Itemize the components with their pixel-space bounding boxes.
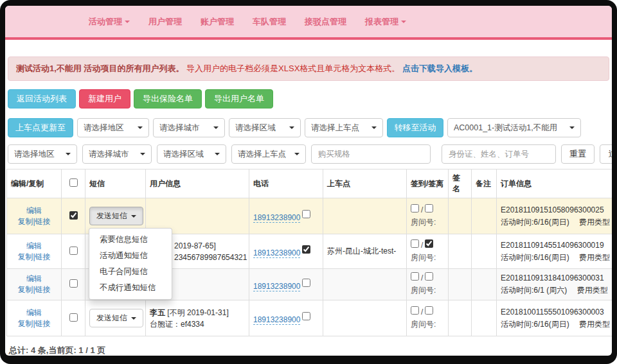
user-info-line2: 台胞证：ef4334 (150, 318, 245, 330)
send-sms-button[interactable]: 发送短信 (89, 207, 143, 225)
row-checkbox[interactable] (69, 211, 78, 220)
district-select-2[interactable]: 请选择区域 (157, 144, 226, 164)
region-select-2[interactable]: 请选择地区 (8, 144, 77, 164)
copy-link[interactable]: 复制|链接 (11, 318, 57, 329)
sms-menu-item-cancel-notice[interactable]: 不成行通知短信 (89, 280, 172, 296)
transfer-to-activity-button[interactable]: 转移至活动 (387, 118, 443, 137)
select-value: 请选择地区 (14, 149, 55, 160)
pickup-point-cell: 苏州-昆山-城北-test- (323, 234, 407, 269)
signout-checkbox[interactable] (425, 272, 433, 281)
purchase-spec-input[interactable] (311, 144, 431, 164)
sms-menu-item-e-contract[interactable]: 电子合同短信 (89, 264, 172, 280)
edit-link[interactable]: 编辑 (11, 273, 57, 284)
signature-cell (449, 300, 472, 336)
phone-link[interactable]: 18913238900 (253, 315, 300, 325)
search-input[interactable] (442, 144, 556, 164)
signin-checkbox[interactable] (411, 204, 419, 212)
nav-label: 接驳点管理 (305, 16, 346, 28)
phone-checkbox[interactable] (302, 245, 310, 254)
alert-warning-text: 导入用户的电子档必须是XLSX格式且单元格为文本格式。 (186, 64, 400, 73)
top-nav: 活动管理 用户管理 账户管理 车队管理 接驳点管理 报表管理 (5, 6, 612, 37)
edit-link[interactable]: 编辑 (11, 308, 57, 318)
row-checkbox[interactable] (69, 313, 78, 322)
user-info-line1: 2019-87-65] (174, 240, 245, 252)
nav-item-report-management[interactable]: 报表管理 (365, 16, 406, 28)
signature-cell (449, 234, 472, 269)
new-user-button[interactable]: 新建用户 (79, 89, 130, 108)
pickup-point-cell (323, 198, 407, 234)
room-number-label: 房间号: (411, 252, 444, 264)
sms-dropdown-menu: 索要信息短信 活动通知短信 电子合同短信 不成行通知短信 (89, 228, 172, 300)
signin-signout-cell: / 房间号: (407, 300, 449, 336)
header-user-info: 用户信息 (146, 169, 249, 198)
chevron-down-icon (125, 21, 130, 23)
select-value: 请选择区域 (235, 123, 276, 134)
signout-checkbox[interactable] (425, 204, 433, 212)
nav-item-activity-management[interactable]: 活动管理 (89, 16, 130, 28)
table-row: 编辑复制|链接 发送短信 李五 [不明 2019-01-31] 台胞证：ef43… (7, 300, 613, 336)
download-template-link[interactable]: 点击下载导入模板。 (402, 64, 478, 73)
chevron-down-icon (213, 126, 219, 129)
phone-checkbox[interactable] (302, 279, 310, 287)
copy-link[interactable]: 复制|链接 (11, 252, 57, 263)
sms-menu-item-activity-notice[interactable]: 活动通知短信 (89, 248, 172, 264)
filter-row-2: 请选择地区 请选择城市 请选择区域 请选择上车点 重置 过滤 (8, 144, 609, 164)
edit-link[interactable]: 编辑 (11, 241, 57, 252)
phone-link[interactable]: 18913238900 (253, 213, 300, 223)
signout-checkbox[interactable] (425, 306, 433, 315)
order-info-cell: E20181109145514096300019 活动时间:6/16(周日) 费… (497, 234, 613, 269)
copy-link[interactable]: 复制|链接 (11, 284, 57, 295)
sms-menu-item-request-info[interactable]: 索要信息短信 (89, 232, 172, 248)
alert-banner: 测试活动1,不能用 活动项目的所有用户列表。 导入用户的电子档必须是XLSX格式… (8, 56, 609, 81)
nav-item-pickup-point-management[interactable]: 接驳点管理 (305, 16, 346, 28)
action-toolbar: 返回活动列表 新建用户 导出保险名单 导出用户名单 (8, 89, 609, 108)
row-checkbox[interactable] (69, 247, 78, 255)
signin-checkbox[interactable] (411, 239, 419, 248)
signin-checkbox[interactable] (411, 272, 419, 281)
chevron-down-icon (371, 126, 377, 129)
phone-link[interactable]: 18913238900 (253, 248, 300, 258)
select-value: 请选择上车点 (238, 149, 286, 160)
select-value: 请选择城市 (159, 123, 200, 134)
pickup-point-select-2[interactable]: 请选择上车点 (231, 144, 306, 164)
send-sms-button[interactable]: 发送短信 (89, 309, 143, 327)
phone-checkbox[interactable] (302, 312, 310, 320)
copy-link[interactable]: 复制|链接 (11, 216, 57, 227)
city-select-2[interactable]: 请选择城市 (82, 144, 152, 164)
reset-button[interactable]: 重置 (561, 144, 595, 164)
signin-checkbox[interactable] (411, 306, 419, 315)
signout-checkbox[interactable] (425, 239, 433, 248)
order-number: E20181109151058096300025 (501, 204, 612, 216)
phone-link[interactable]: 18913238900 (253, 282, 300, 291)
phone-checkbox[interactable] (302, 210, 310, 218)
chevron-down-icon (66, 153, 71, 155)
chevron-down-icon (569, 126, 575, 129)
slash-separator: / (421, 273, 423, 282)
nav-label: 车队管理 (253, 16, 286, 28)
nav-item-account-management[interactable]: 账户管理 (201, 16, 234, 28)
activity-select[interactable]: AC0001_1-测试活动1,不能用 (447, 118, 581, 137)
nav-item-user-management[interactable]: 用户管理 (148, 16, 182, 28)
signin-signout-cell: / 房间号: (407, 234, 449, 269)
user-meta: [不明 2019-01-31] (165, 308, 229, 317)
export-insurance-list-button[interactable]: 导出保险名单 (134, 89, 202, 108)
note-cell (472, 234, 497, 269)
screenshot-frame: 活动管理 用户管理 账户管理 车队管理 接驳点管理 报表管理 测试活动1,不能用… (0, 0, 617, 364)
pickup-update-button[interactable]: 上车点更新至 (8, 118, 73, 137)
back-to-activity-list-button[interactable]: 返回活动列表 (8, 89, 76, 108)
pickup-point-select[interactable]: 请选择上车点 (305, 118, 383, 137)
order-activity-time: 活动时间:6/16(周日) 费用类型 (501, 252, 612, 264)
order-number: E20181001155501096300003 (501, 306, 612, 318)
city-select[interactable]: 请选择城市 (153, 118, 225, 137)
nav-item-fleet-management[interactable]: 车队管理 (253, 16, 286, 28)
district-select[interactable]: 请选择区域 (229, 118, 301, 137)
select-all-checkbox[interactable] (69, 178, 78, 187)
slash-separator: / (421, 241, 423, 250)
export-user-list-button[interactable]: 导出用户名单 (205, 89, 273, 108)
edit-link[interactable]: 编辑 (11, 205, 57, 216)
user-table: 编辑/复制 短信 用户信息 电话 上车点 签到/签离 签名 备注 订单信息 (6, 169, 612, 336)
row-checkbox[interactable] (69, 279, 78, 288)
send-sms-label: 发送短信 (96, 313, 127, 324)
filter-button[interactable]: 过滤 (600, 144, 612, 164)
region-select[interactable]: 请选择地区 (77, 118, 149, 137)
